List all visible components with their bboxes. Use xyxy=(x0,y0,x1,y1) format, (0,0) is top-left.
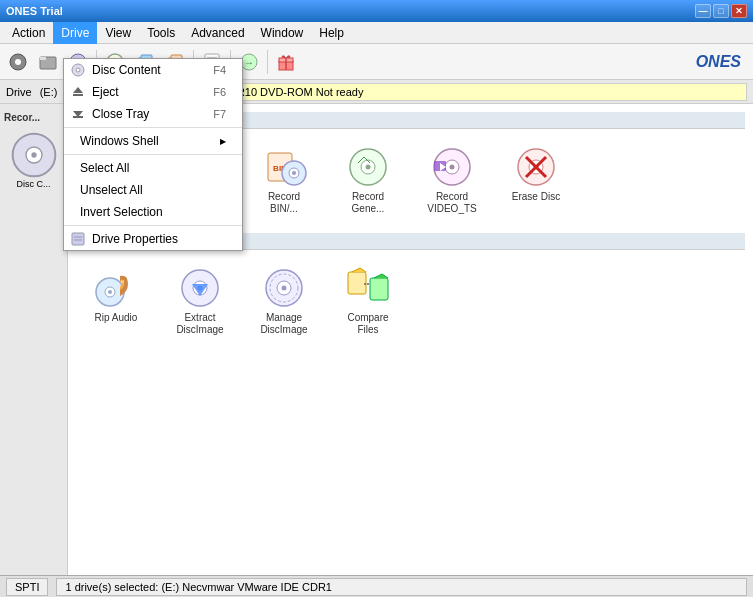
svg-point-54 xyxy=(108,290,112,294)
windows-shell-arrow: ▶ xyxy=(220,137,226,146)
menu-sep1 xyxy=(64,127,242,128)
eject-icon xyxy=(70,84,86,100)
left-panel-record-item[interactable]: Disc C... xyxy=(4,127,63,193)
disc-content-icon xyxy=(70,62,86,78)
title-text: ONES Trial xyxy=(6,5,63,17)
menu-bar: Action Drive View Tools Advanced Window … xyxy=(0,22,753,44)
record-bin-item[interactable]: BIN RecordBIN/... xyxy=(244,137,324,221)
record-videots-item[interactable]: RecordVIDEO_TS xyxy=(412,137,492,221)
status-protocol: SPTI xyxy=(6,578,48,596)
drive-label: Drive xyxy=(6,86,32,98)
menu-eject[interactable]: Eject F6 xyxy=(64,81,242,103)
left-record-label: Disc C... xyxy=(16,179,50,189)
svg-point-44 xyxy=(450,165,455,170)
rip-audio-item[interactable]: Rip Audio xyxy=(76,258,156,342)
drive-menu: Disc Content F4 Eject F6 Close Tray F7 W… xyxy=(63,58,243,251)
menu-select-all[interactable]: Select All xyxy=(64,157,242,179)
svg-point-67 xyxy=(76,68,80,72)
disc-content-label: Disc Content xyxy=(92,63,161,77)
menu-disc-content[interactable]: Disc Content F4 xyxy=(64,59,242,81)
close-tray-label: Close Tray xyxy=(92,107,149,121)
menu-invert-selection[interactable]: Invert Selection xyxy=(64,201,242,223)
menu-window[interactable]: Window xyxy=(253,22,312,44)
toolbar-gift-button[interactable] xyxy=(272,48,300,76)
toolbar-sep4 xyxy=(267,50,268,74)
select-all-label: Select All xyxy=(80,161,129,175)
svg-rect-72 xyxy=(72,233,84,245)
svg-rect-3 xyxy=(40,57,46,60)
record-videots-label: RecordVIDEO_TS xyxy=(427,191,476,215)
drive-letter: (E:) xyxy=(40,86,58,98)
left-panel-record-label: Recor... xyxy=(4,112,63,123)
svg-text:→: → xyxy=(244,57,254,68)
compare-files-item[interactable]: CompareFiles xyxy=(328,258,408,342)
extract-discimage-label: ExtractDiscImage xyxy=(176,312,223,336)
record-bin-label: RecordBIN/... xyxy=(268,191,300,215)
status-info-text: 1 drive(s) selected: (E:) Necvmwar VMwar… xyxy=(65,581,332,593)
extract-discimage-item[interactable]: ExtractDiscImage xyxy=(160,258,240,342)
title-bar-controls: — □ ✕ xyxy=(695,4,747,18)
left-panel: Recor... Disc C... xyxy=(0,104,68,575)
erase-disc-item[interactable]: Erase Disc xyxy=(496,137,576,221)
menu-unselect-all[interactable]: Unselect All xyxy=(64,179,242,201)
drive-properties-icon xyxy=(70,231,86,247)
toolbar-new-button[interactable] xyxy=(4,48,32,76)
compare-files-label: CompareFiles xyxy=(347,312,388,336)
menu-tools[interactable]: Tools xyxy=(139,22,183,44)
svg-point-1 xyxy=(15,59,21,65)
svg-rect-71 xyxy=(73,116,83,118)
svg-point-24 xyxy=(31,152,36,157)
svg-point-41 xyxy=(366,165,371,170)
windows-shell-label: Windows Shell xyxy=(80,134,159,148)
close-tray-shortcut: F7 xyxy=(213,108,226,120)
manage-discimage-label: ManageDiscImage xyxy=(260,312,307,336)
record-gene-item[interactable]: RecordGene... xyxy=(328,137,408,221)
eject-shortcut: F6 xyxy=(213,86,226,98)
menu-view[interactable]: View xyxy=(97,22,139,44)
record-gene-label: RecordGene... xyxy=(352,191,385,215)
svg-rect-63 xyxy=(348,272,366,294)
menu-help[interactable]: Help xyxy=(311,22,352,44)
rip-audio-label: Rip Audio xyxy=(95,312,138,324)
title-bar: ONES Trial — □ ✕ xyxy=(0,0,753,22)
close-tray-icon xyxy=(70,106,86,122)
menu-close-tray[interactable]: Close Tray F7 xyxy=(64,103,242,125)
protocol-text: SPTI xyxy=(15,581,39,593)
svg-rect-69 xyxy=(73,94,83,96)
menu-drive-properties[interactable]: Drive Properties xyxy=(64,228,242,250)
eject-label: Eject xyxy=(92,85,119,99)
svg-point-38 xyxy=(292,171,296,175)
disc-content-shortcut: F4 xyxy=(213,64,226,76)
drive-info: DR10 DVD-ROM Not ready xyxy=(229,86,363,98)
menu-drive[interactable]: Drive xyxy=(53,22,97,44)
toolbar-open-button[interactable] xyxy=(34,48,62,76)
svg-marker-68 xyxy=(73,87,83,93)
menu-windows-shell[interactable]: Windows Shell ▶ xyxy=(64,130,242,152)
status-bar: SPTI 1 drive(s) selected: (E:) Necvmwar … xyxy=(0,575,753,597)
drive-properties-label: Drive Properties xyxy=(92,232,178,246)
status-info: 1 drive(s) selected: (E:) Necvmwar VMwar… xyxy=(56,578,747,596)
menu-action[interactable]: Action xyxy=(4,22,53,44)
svg-rect-64 xyxy=(370,278,388,300)
ones-logo: ONES xyxy=(696,53,749,71)
minimize-button[interactable]: — xyxy=(695,4,711,18)
invert-selection-label: Invert Selection xyxy=(80,205,163,219)
svg-point-61 xyxy=(282,286,287,291)
menu-sep3 xyxy=(64,225,242,226)
unselect-all-label: Unselect All xyxy=(80,183,143,197)
extraction-icon-grid: Rip Audio ExtractDiscImage xyxy=(76,258,745,342)
menu-advanced[interactable]: Advanced xyxy=(183,22,252,44)
close-button[interactable]: ✕ xyxy=(731,4,747,18)
erase-disc-label: Erase Disc xyxy=(512,191,560,203)
maximize-button[interactable]: □ xyxy=(713,4,729,18)
manage-discimage-item[interactable]: ManageDiscImage xyxy=(244,258,324,342)
menu-sep2 xyxy=(64,154,242,155)
